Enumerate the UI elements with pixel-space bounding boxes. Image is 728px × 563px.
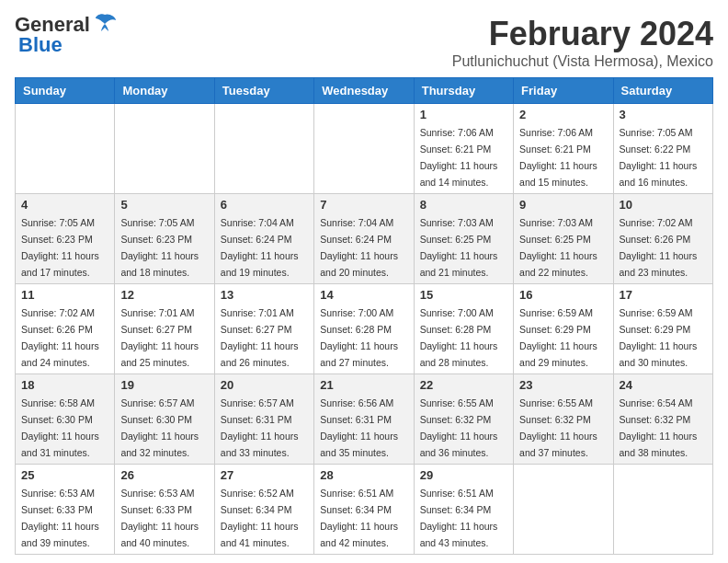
calendar-cell: 2Sunrise: 7:06 AM Sunset: 6:21 PM Daylig… bbox=[514, 104, 613, 194]
calendar-cell: 6Sunrise: 7:04 AM Sunset: 6:24 PM Daylig… bbox=[214, 194, 313, 284]
day-number: 11 bbox=[21, 288, 108, 302]
title-area: February 2024 Putlunichuchut (Vista Herm… bbox=[452, 15, 713, 70]
day-info: Sunrise: 6:59 AM Sunset: 6:29 PM Dayligh… bbox=[620, 307, 698, 368]
logo-general: General bbox=[15, 15, 90, 35]
day-number: 17 bbox=[620, 288, 707, 302]
calendar-cell: 1Sunrise: 7:06 AM Sunset: 6:21 PM Daylig… bbox=[414, 104, 513, 194]
day-number: 9 bbox=[519, 198, 607, 212]
day-info: Sunrise: 7:00 AM Sunset: 6:28 PM Dayligh… bbox=[320, 307, 398, 368]
day-number: 26 bbox=[120, 468, 208, 482]
day-number: 21 bbox=[320, 378, 407, 392]
calendar-cell: 29Sunrise: 6:51 AM Sunset: 6:34 PM Dayli… bbox=[414, 465, 513, 555]
header-monday: Monday bbox=[115, 78, 214, 104]
calendar-cell: 12Sunrise: 7:01 AM Sunset: 6:27 PM Dayli… bbox=[115, 284, 214, 374]
day-info: Sunrise: 6:58 AM Sunset: 6:30 PM Dayligh… bbox=[21, 397, 99, 458]
day-info: Sunrise: 6:55 AM Sunset: 6:32 PM Dayligh… bbox=[420, 397, 498, 458]
calendar-cell: 19Sunrise: 6:57 AM Sunset: 6:30 PM Dayli… bbox=[115, 374, 214, 465]
day-number: 16 bbox=[519, 288, 607, 302]
calendar-cell bbox=[613, 465, 712, 555]
main-title: February 2024 bbox=[452, 15, 713, 53]
header: General Blue February 2024 Putlunichuchu… bbox=[15, 15, 713, 70]
week-row-4: 18Sunrise: 6:58 AM Sunset: 6:30 PM Dayli… bbox=[16, 374, 713, 465]
subtitle: Putlunichuchut (Vista Hermosa), Mexico bbox=[452, 53, 713, 70]
header-saturday: Saturday bbox=[613, 78, 712, 104]
day-info: Sunrise: 7:02 AM Sunset: 6:26 PM Dayligh… bbox=[620, 217, 698, 278]
calendar-cell: 9Sunrise: 7:03 AM Sunset: 6:25 PM Daylig… bbox=[514, 194, 613, 284]
day-info: Sunrise: 7:05 AM Sunset: 6:23 PM Dayligh… bbox=[120, 217, 199, 278]
week-row-5: 25Sunrise: 6:53 AM Sunset: 6:33 PM Dayli… bbox=[16, 465, 713, 555]
day-number: 4 bbox=[21, 198, 108, 212]
calendar-cell: 8Sunrise: 7:03 AM Sunset: 6:25 PM Daylig… bbox=[414, 194, 513, 284]
day-number: 8 bbox=[420, 198, 507, 212]
calendar-cell: 15Sunrise: 7:00 AM Sunset: 6:28 PM Dayli… bbox=[414, 284, 513, 374]
calendar-cell bbox=[115, 104, 214, 194]
day-info: Sunrise: 7:01 AM Sunset: 6:27 PM Dayligh… bbox=[221, 307, 299, 368]
week-row-1: 1Sunrise: 7:06 AM Sunset: 6:21 PM Daylig… bbox=[16, 104, 713, 194]
logo: General Blue bbox=[15, 15, 118, 55]
calendar-cell: 3Sunrise: 7:05 AM Sunset: 6:22 PM Daylig… bbox=[613, 104, 712, 194]
calendar-cell: 27Sunrise: 6:52 AM Sunset: 6:34 PM Dayli… bbox=[214, 465, 313, 555]
day-number: 20 bbox=[221, 378, 308, 392]
day-info: Sunrise: 6:54 AM Sunset: 6:32 PM Dayligh… bbox=[620, 397, 698, 458]
logo-bird-icon bbox=[92, 13, 118, 33]
calendar-cell bbox=[514, 465, 613, 555]
calendar-cell: 16Sunrise: 6:59 AM Sunset: 6:29 PM Dayli… bbox=[514, 284, 613, 374]
day-number: 14 bbox=[320, 288, 407, 302]
header-tuesday: Tuesday bbox=[214, 78, 313, 104]
day-number: 2 bbox=[519, 108, 607, 121]
day-info: Sunrise: 6:51 AM Sunset: 6:34 PM Dayligh… bbox=[320, 488, 398, 548]
day-info: Sunrise: 7:06 AM Sunset: 6:21 PM Dayligh… bbox=[519, 127, 597, 188]
day-number: 23 bbox=[519, 378, 607, 392]
day-info: Sunrise: 6:53 AM Sunset: 6:33 PM Dayligh… bbox=[21, 488, 99, 548]
day-number: 6 bbox=[221, 198, 308, 212]
day-info: Sunrise: 7:05 AM Sunset: 6:23 PM Dayligh… bbox=[21, 217, 99, 278]
day-number: 1 bbox=[420, 108, 507, 121]
day-number: 5 bbox=[120, 198, 208, 212]
day-number: 15 bbox=[420, 288, 507, 302]
week-row-3: 11Sunrise: 7:02 AM Sunset: 6:26 PM Dayli… bbox=[16, 284, 713, 374]
day-number: 12 bbox=[120, 288, 208, 302]
calendar-cell: 25Sunrise: 6:53 AM Sunset: 6:33 PM Dayli… bbox=[16, 465, 115, 555]
day-number: 28 bbox=[320, 468, 407, 482]
day-info: Sunrise: 7:01 AM Sunset: 6:27 PM Dayligh… bbox=[120, 307, 199, 368]
calendar-header-row: SundayMondayTuesdayWednesdayThursdayFrid… bbox=[16, 78, 713, 104]
header-friday: Friday bbox=[514, 78, 613, 104]
calendar-cell: 11Sunrise: 7:02 AM Sunset: 6:26 PM Dayli… bbox=[16, 284, 115, 374]
calendar: SundayMondayTuesdayWednesdayThursdayFrid… bbox=[15, 77, 713, 555]
header-sunday: Sunday bbox=[16, 78, 115, 104]
calendar-cell bbox=[314, 104, 414, 194]
calendar-cell: 7Sunrise: 7:04 AM Sunset: 6:24 PM Daylig… bbox=[314, 194, 414, 284]
calendar-cell: 5Sunrise: 7:05 AM Sunset: 6:23 PM Daylig… bbox=[115, 194, 214, 284]
calendar-cell: 14Sunrise: 7:00 AM Sunset: 6:28 PM Dayli… bbox=[314, 284, 414, 374]
day-number: 24 bbox=[620, 378, 707, 392]
calendar-cell bbox=[214, 104, 313, 194]
day-info: Sunrise: 6:57 AM Sunset: 6:31 PM Dayligh… bbox=[221, 397, 299, 458]
day-number: 18 bbox=[21, 378, 108, 392]
calendar-cell: 17Sunrise: 6:59 AM Sunset: 6:29 PM Dayli… bbox=[613, 284, 712, 374]
day-info: Sunrise: 7:04 AM Sunset: 6:24 PM Dayligh… bbox=[221, 217, 299, 278]
calendar-cell: 28Sunrise: 6:51 AM Sunset: 6:34 PM Dayli… bbox=[314, 465, 414, 555]
day-info: Sunrise: 6:55 AM Sunset: 6:32 PM Dayligh… bbox=[519, 397, 597, 458]
day-info: Sunrise: 7:04 AM Sunset: 6:24 PM Dayligh… bbox=[320, 217, 398, 278]
day-info: Sunrise: 6:57 AM Sunset: 6:30 PM Dayligh… bbox=[120, 397, 199, 458]
day-info: Sunrise: 7:03 AM Sunset: 6:25 PM Dayligh… bbox=[519, 217, 597, 278]
calendar-cell: 13Sunrise: 7:01 AM Sunset: 6:27 PM Dayli… bbox=[214, 284, 313, 374]
day-info: Sunrise: 6:51 AM Sunset: 6:34 PM Dayligh… bbox=[420, 488, 498, 548]
calendar-cell: 24Sunrise: 6:54 AM Sunset: 6:32 PM Dayli… bbox=[613, 374, 712, 465]
calendar-cell: 20Sunrise: 6:57 AM Sunset: 6:31 PM Dayli… bbox=[214, 374, 313, 465]
day-info: Sunrise: 7:00 AM Sunset: 6:28 PM Dayligh… bbox=[420, 307, 498, 368]
day-info: Sunrise: 6:56 AM Sunset: 6:31 PM Dayligh… bbox=[320, 397, 398, 458]
day-info: Sunrise: 7:03 AM Sunset: 6:25 PM Dayligh… bbox=[420, 217, 498, 278]
calendar-cell: 10Sunrise: 7:02 AM Sunset: 6:26 PM Dayli… bbox=[613, 194, 712, 284]
calendar-cell bbox=[16, 104, 115, 194]
calendar-cell: 22Sunrise: 6:55 AM Sunset: 6:32 PM Dayli… bbox=[414, 374, 513, 465]
header-thursday: Thursday bbox=[414, 78, 513, 104]
day-number: 27 bbox=[221, 468, 308, 482]
day-info: Sunrise: 6:52 AM Sunset: 6:34 PM Dayligh… bbox=[221, 488, 299, 548]
calendar-cell: 26Sunrise: 6:53 AM Sunset: 6:33 PM Dayli… bbox=[115, 465, 214, 555]
day-info: Sunrise: 6:53 AM Sunset: 6:33 PM Dayligh… bbox=[120, 488, 199, 548]
logo-blue: Blue bbox=[18, 35, 63, 55]
day-info: Sunrise: 7:02 AM Sunset: 6:26 PM Dayligh… bbox=[21, 307, 99, 368]
calendar-cell: 18Sunrise: 6:58 AM Sunset: 6:30 PM Dayli… bbox=[16, 374, 115, 465]
calendar-cell: 21Sunrise: 6:56 AM Sunset: 6:31 PM Dayli… bbox=[314, 374, 414, 465]
